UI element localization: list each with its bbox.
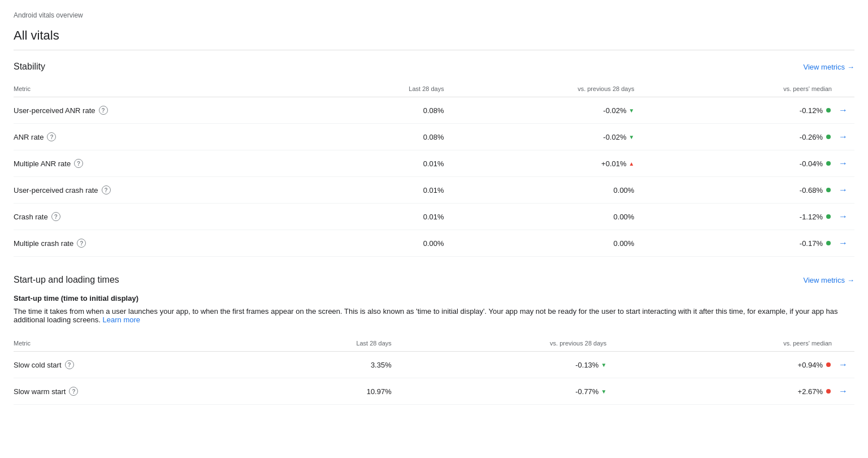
arrow-right-icon-2: →	[847, 276, 854, 284]
startup-col-header-last28: Last 28 days	[256, 335, 398, 352]
vs-prev-value: -0.13%▼	[398, 352, 614, 378]
down-arrow-icon: ▼	[629, 134, 635, 140]
down-arrow-icon: ▼	[629, 107, 635, 114]
metric-name-cell: Crash rate ?	[14, 204, 325, 230]
metric-name-cell: Slow warm start ?	[14, 378, 256, 405]
green-dot-icon	[826, 241, 831, 245]
last28-value: 0.08%	[325, 124, 451, 150]
vs-peers-value: +0.94% →	[613, 352, 854, 378]
green-dot-icon	[826, 161, 831, 166]
help-icon[interactable]: ?	[47, 132, 56, 141]
navigate-arrow-icon[interactable]: →	[834, 158, 848, 168]
vs-prev-value: 0.00%	[451, 177, 641, 204]
red-dot-icon	[826, 362, 831, 367]
down-arrow-icon: ▼	[601, 362, 606, 368]
metric-label: Crash rate	[14, 213, 48, 221]
vs-peers-value: -0.68% →	[641, 177, 854, 204]
metric-label: Multiple crash rate	[14, 239, 73, 248]
stability-view-metrics-link[interactable]: View metrics →	[804, 63, 854, 71]
table-row: Multiple crash rate ? 0.00%0.00% -0.17% …	[14, 230, 854, 257]
green-dot-icon	[826, 188, 831, 192]
metric-name-cell: Multiple crash rate ?	[14, 230, 325, 257]
navigate-arrow-icon[interactable]: →	[834, 132, 848, 142]
metric-name-cell: User-perceived ANR rate ?	[14, 97, 325, 124]
help-icon[interactable]: ?	[99, 106, 108, 115]
metric-label: Slow warm start	[14, 387, 66, 396]
table-row: ANR rate ? 0.08%-0.02%▼ -0.26% →	[14, 124, 854, 150]
table-row: Slow cold start ? 3.35%-0.13%▼ +0.94% →	[14, 352, 854, 378]
vs-peers-value: +2.67% →	[613, 378, 854, 405]
vs-peers-value: -0.26% →	[641, 124, 854, 150]
arrow-right-icon: →	[847, 63, 854, 71]
metric-label: User-perceived crash rate	[14, 186, 98, 195]
help-icon[interactable]: ?	[51, 212, 60, 221]
table-row: Multiple ANR rate ? 0.01%+0.01%▲ -0.04% …	[14, 150, 854, 177]
startup-table: Metric Last 28 days vs. previous 28 days…	[14, 335, 854, 405]
navigate-arrow-icon[interactable]: →	[834, 185, 848, 195]
navigate-arrow-icon[interactable]: →	[834, 105, 848, 115]
last28-value: 3.35%	[256, 352, 398, 378]
startup-col-header-vs-peers: vs. peers' median	[613, 335, 854, 352]
last28-value: 0.01%	[325, 177, 451, 204]
vs-prev-value: 0.00%	[451, 204, 641, 230]
last28-value: 0.08%	[325, 97, 451, 124]
green-dot-icon	[826, 214, 831, 219]
metric-name-cell: Multiple ANR rate ?	[14, 150, 325, 177]
down-arrow-icon: ▼	[601, 388, 606, 395]
metric-label: User-perceived ANR rate	[14, 106, 96, 115]
page-title: Android vitals overview	[14, 11, 854, 19]
help-icon[interactable]: ?	[102, 185, 111, 195]
table-row: Crash rate ? 0.01%0.00% -1.12% →	[14, 204, 854, 230]
learn-more-link[interactable]: Learn more	[103, 316, 140, 324]
metric-label: Slow cold start	[14, 361, 62, 369]
startup-description: The time it takes from when a user launc…	[14, 307, 854, 324]
stability-section: Stability View metrics → Metric Last 28 …	[14, 62, 854, 257]
metric-name-cell: User-perceived crash rate ?	[14, 177, 325, 204]
vs-peers-value: -0.17% →	[641, 230, 854, 257]
startup-title: Start-up and loading times	[14, 275, 119, 285]
startup-col-header-metric: Metric	[14, 335, 256, 352]
green-dot-icon	[826, 108, 831, 113]
help-icon[interactable]: ?	[77, 239, 86, 248]
vs-peers-value: -0.12% →	[641, 97, 854, 124]
help-icon[interactable]: ?	[69, 387, 78, 396]
vs-peers-value: -0.04% →	[641, 150, 854, 177]
table-row: Slow warm start ? 10.97%-0.77%▼ +2.67% →	[14, 378, 854, 405]
navigate-arrow-icon[interactable]: →	[834, 238, 848, 248]
vs-prev-value: -0.02%▼	[451, 124, 641, 150]
vs-prev-value: -0.02%▼	[451, 97, 641, 124]
last28-value: 10.97%	[256, 378, 398, 405]
help-icon[interactable]: ?	[65, 360, 74, 369]
col-header-metric: Metric	[14, 81, 325, 97]
vs-prev-value: 0.00%	[451, 230, 641, 257]
metric-name-cell: ANR rate ?	[14, 124, 325, 150]
col-header-vs-prev: vs. previous 28 days	[451, 81, 641, 97]
up-arrow-icon: ▲	[629, 161, 635, 167]
startup-view-metrics-link[interactable]: View metrics →	[804, 276, 854, 284]
navigate-arrow-icon[interactable]: →	[834, 386, 848, 396]
startup-col-header-vs-prev: vs. previous 28 days	[398, 335, 614, 352]
help-icon[interactable]: ?	[74, 159, 83, 168]
metric-label: ANR rate	[14, 133, 44, 141]
vs-prev-value: +0.01%▲	[451, 150, 641, 177]
navigate-arrow-icon[interactable]: →	[834, 360, 848, 370]
startup-subtitle: Start-up time (time to initial display)	[14, 294, 854, 303]
red-dot-icon	[826, 389, 831, 394]
last28-value: 0.00%	[325, 230, 451, 257]
last28-value: 0.01%	[325, 204, 451, 230]
startup-desc-block: Start-up time (time to initial display) …	[14, 294, 854, 324]
table-row: User-perceived ANR rate ? 0.08%-0.02%▼ -…	[14, 97, 854, 124]
navigate-arrow-icon[interactable]: →	[834, 211, 848, 222]
stability-title: Stability	[14, 62, 45, 72]
stability-table: Metric Last 28 days vs. previous 28 days…	[14, 81, 854, 257]
last28-value: 0.01%	[325, 150, 451, 177]
col-header-last28: Last 28 days	[325, 81, 451, 97]
startup-section: Start-up and loading times View metrics …	[14, 275, 854, 405]
green-dot-icon	[826, 135, 831, 139]
all-vitals-heading: All vitals	[14, 28, 854, 50]
col-header-vs-peers: vs. peers' median	[641, 81, 854, 97]
metric-name-cell: Slow cold start ?	[14, 352, 256, 378]
metric-label: Multiple ANR rate	[14, 159, 71, 168]
vs-prev-value: -0.77%▼	[398, 378, 614, 405]
table-row: User-perceived crash rate ? 0.01%0.00% -…	[14, 177, 854, 204]
